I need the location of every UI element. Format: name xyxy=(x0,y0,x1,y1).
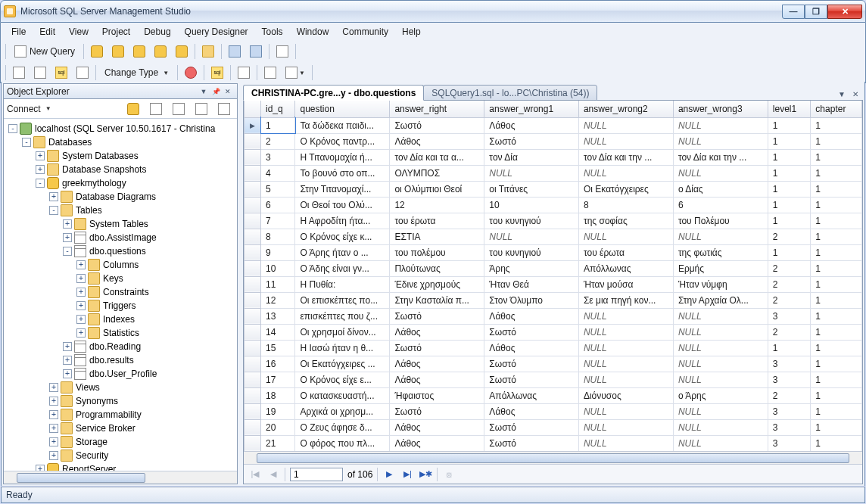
cell[interactable]: NULL xyxy=(673,324,768,340)
cell[interactable]: NULL xyxy=(673,340,768,356)
cell[interactable]: 1 xyxy=(811,292,862,308)
cell[interactable]: 8 xyxy=(578,197,673,213)
show-sql-button[interactable]: sql xyxy=(51,64,71,81)
cell[interactable]: NULL xyxy=(673,308,768,324)
cell[interactable]: Σωστό xyxy=(390,308,484,324)
tab-close-button[interactable]: ✕ xyxy=(849,88,861,100)
cell[interactable]: επισκέπτες που ζ... xyxy=(295,308,390,324)
cell[interactable]: NULL xyxy=(578,372,673,387)
cell[interactable]: 1 xyxy=(768,181,811,197)
table-row[interactable]: 16Οι Εκατόγχειρες ...ΛάθοςΣωστόNULLNULL3… xyxy=(245,356,862,372)
expand-button[interactable]: + xyxy=(49,437,58,446)
table-row[interactable]: 18Ο κατασκευαστή...ΉφαιστοςΑπόλλωναςΔιόν… xyxy=(245,387,862,403)
collapse-button[interactable]: - xyxy=(63,247,72,256)
table-row[interactable]: 14Οι χρησμοί δίνον...ΛάθοςΣωστόNULLNULL2… xyxy=(245,324,862,340)
menu-edit[interactable]: Edit xyxy=(33,24,61,39)
menu-community[interactable]: Community xyxy=(336,24,394,39)
cell[interactable]: Ήταν μούσα xyxy=(578,276,673,292)
row-header[interactable] xyxy=(245,181,261,197)
connect-button[interactable] xyxy=(123,101,143,117)
cell[interactable]: οι Τιτάνες xyxy=(484,181,579,197)
cell[interactable]: 1 xyxy=(768,197,811,213)
cell[interactable]: Οι επισκέπτες πο... xyxy=(295,292,390,308)
table-row[interactable]: 2Ο Κρόνος παντρ...ΛάθοςΣωστόNULLNULL11 xyxy=(245,133,862,149)
column-header[interactable]: id_q xyxy=(261,101,295,117)
tree-node[interactable]: -greekmythology xyxy=(7,176,237,190)
cell[interactable]: Λάθος xyxy=(484,308,579,324)
cell[interactable]: 2 xyxy=(768,229,811,244)
cell[interactable]: 1 xyxy=(768,244,811,260)
row-header[interactable] xyxy=(245,403,261,419)
cell[interactable]: 9 xyxy=(261,244,295,260)
cell[interactable]: 1 xyxy=(768,133,811,149)
cell[interactable]: 16 xyxy=(261,356,295,372)
tree-node[interactable]: +Views xyxy=(7,381,237,394)
cell[interactable]: NULL xyxy=(673,435,768,451)
ce-query-button[interactable] xyxy=(172,43,192,60)
row-header[interactable] xyxy=(245,340,261,356)
table-row[interactable]: 20Ο Ζευς άφησε δ...ΛάθοςΣωστόNULLNULL31 xyxy=(245,419,862,435)
row-header[interactable] xyxy=(245,244,261,260)
cell[interactable]: 8 xyxy=(261,229,295,244)
cell[interactable]: 1 xyxy=(811,308,862,324)
cell[interactable]: 3 xyxy=(768,356,811,372)
cell[interactable]: Ήφαιστος xyxy=(390,387,484,403)
cell[interactable]: Ο Κρόνος παντρ... xyxy=(295,133,390,149)
cell[interactable]: 1 xyxy=(811,165,862,181)
cell[interactable]: NULL xyxy=(578,340,673,356)
expand-button[interactable]: + xyxy=(63,219,72,229)
tree-node[interactable]: +dbo.results xyxy=(7,353,237,367)
cell[interactable]: τον Δία και την ... xyxy=(673,149,768,165)
cell[interactable]: NULL xyxy=(673,372,768,387)
cell[interactable]: NULL xyxy=(578,419,673,435)
cell[interactable]: 1 xyxy=(811,229,862,244)
row-header[interactable] xyxy=(245,197,261,213)
cell[interactable]: NULL xyxy=(673,229,768,244)
expand-button[interactable]: + xyxy=(63,233,72,242)
cell[interactable]: Ο Κρόνος είχε ε... xyxy=(295,372,390,387)
tree-node[interactable]: -Databases xyxy=(7,135,237,149)
cell[interactable]: 1 xyxy=(768,117,811,133)
cell[interactable]: 1 xyxy=(768,165,811,181)
cell[interactable]: 1 xyxy=(811,419,862,435)
cell[interactable]: 1 xyxy=(811,403,862,419)
tree-node[interactable]: +Programmability xyxy=(7,408,237,422)
add-table-button[interactable] xyxy=(260,64,280,81)
expand-button[interactable]: + xyxy=(63,356,72,365)
cell[interactable]: Οι Εκατόγχειρες xyxy=(578,181,673,197)
column-header[interactable]: answer_wrong1 xyxy=(484,101,579,117)
cell[interactable]: του κυνηγιού xyxy=(484,244,579,260)
tree-node[interactable]: +Storage xyxy=(7,435,237,449)
cell[interactable]: NULL xyxy=(578,229,673,244)
row-header[interactable] xyxy=(245,419,261,435)
menu-debug[interactable]: Debug xyxy=(138,24,176,39)
row-header[interactable] xyxy=(245,133,261,149)
cell[interactable]: 1 xyxy=(811,244,862,260)
disconnect-button[interactable] xyxy=(146,101,166,117)
cell[interactable]: Σωστό xyxy=(390,117,484,133)
table-row[interactable]: 10Ο Άδης είναι γν...ΠλούτωναςΆρηςΑπόλλων… xyxy=(245,260,862,276)
cell[interactable]: 1 xyxy=(261,117,295,133)
table-row[interactable]: 13επισκέπτες που ζ...ΣωστόΛάθοςNULLNULL3… xyxy=(245,308,862,324)
cell[interactable]: Λάθος xyxy=(390,372,484,387)
cell[interactable]: ΕΣΤΙΑ xyxy=(390,229,484,244)
cell[interactable]: Οι χρησμοί δίνον... xyxy=(295,324,390,340)
expand-button[interactable]: + xyxy=(36,465,45,471)
show-results-button[interactable] xyxy=(73,64,92,81)
cell[interactable]: Στην Κασταλία π... xyxy=(390,292,484,308)
change-type-button[interactable]: Change Type ▼ xyxy=(99,64,174,81)
tree-node[interactable]: +Service Broker xyxy=(7,422,237,435)
cell[interactable]: NULL xyxy=(673,356,768,372)
cell[interactable]: 14 xyxy=(261,324,295,340)
menu-view[interactable]: View xyxy=(63,24,95,39)
cell[interactable]: NULL xyxy=(673,419,768,435)
maximize-button[interactable]: ❐ xyxy=(805,5,827,19)
cell[interactable]: 4 xyxy=(261,165,295,181)
nav-last-button[interactable]: ▶| xyxy=(400,468,414,481)
cell[interactable]: 21 xyxy=(261,435,295,451)
cell[interactable]: 1 xyxy=(811,324,862,340)
table-row[interactable]: 12Οι επισκέπτες πο...Στην Κασταλία π...Σ… xyxy=(245,292,862,308)
cell[interactable]: 1 xyxy=(811,356,862,372)
cell[interactable]: Στην Τιτανομαχί... xyxy=(295,181,390,197)
cell[interactable]: του πολέμου xyxy=(390,244,484,260)
